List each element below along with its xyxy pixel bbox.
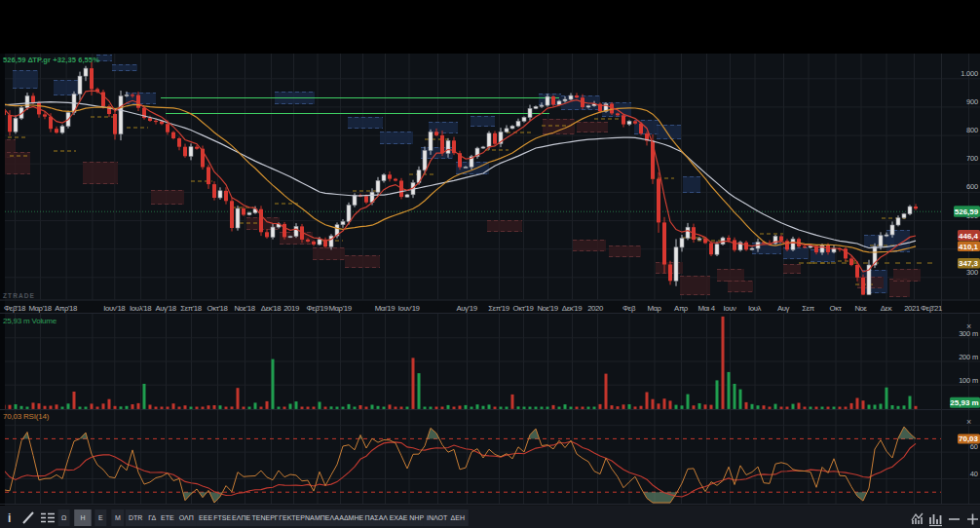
svg-text:Φεβ'19: Φεβ'19	[307, 304, 328, 313]
svg-text:Σεπ: Σεπ	[802, 304, 814, 313]
svg-text:ΤΕΝΕΡΓ: ΤΕΝΕΡΓ	[251, 514, 278, 521]
svg-text:Νοε'19: Νοε'19	[537, 304, 557, 313]
svg-text:Οκτ'18: Οκτ'18	[207, 304, 228, 313]
svg-text:900: 900	[966, 97, 978, 106]
svg-text:Φεβ'21: Φεβ'21	[921, 304, 942, 313]
svg-text:FTSE: FTSE	[213, 514, 231, 521]
svg-text:2020: 2020	[587, 304, 604, 313]
svg-text:Μ: Μ	[115, 514, 121, 521]
svg-text:DTR: DTR	[129, 514, 142, 521]
svg-text:100 m: 100 m	[959, 376, 978, 385]
svg-text:ΠΑΣΑΛ: ΠΑΣΑΛ	[365, 514, 389, 521]
svg-text:Φεβ'18: Φεβ'18	[4, 304, 25, 313]
svg-text:300: 300	[966, 268, 978, 277]
svg-text:Μαρ'18: Μαρ'18	[28, 304, 51, 313]
svg-text:Ιουν'19: Ιουν'19	[397, 304, 419, 313]
svg-text:ΝΗΡ: ΝΗΡ	[409, 514, 424, 521]
svg-text:ΟΛΠ: ΟΛΠ	[179, 514, 194, 521]
svg-text:Δεκ'18: Δεκ'18	[261, 304, 281, 313]
svg-text:70,03 RSI(14): 70,03 RSI(14)	[3, 412, 50, 421]
svg-text:Αυγ: Αυγ	[777, 304, 790, 313]
svg-text:Αυγ'18: Αυγ'18	[155, 304, 175, 313]
svg-text:Μαι 4: Μαι 4	[697, 304, 715, 313]
svg-text:200 m: 200 m	[959, 353, 978, 361]
svg-text:Ιουλ: Ιουλ	[748, 304, 762, 313]
svg-text:×: ×	[966, 321, 971, 331]
svg-text:600: 600	[966, 182, 978, 191]
svg-text:Ω: Ω	[61, 514, 66, 521]
svg-text:Φεβ: Φεβ	[622, 304, 636, 313]
svg-text:Νοε: Νοε	[854, 304, 867, 313]
svg-text:ZTRADE: ZTRADE	[3, 292, 35, 299]
svg-text:Σεπ'19: Σεπ'19	[488, 304, 509, 313]
svg-text:Η: Η	[80, 514, 85, 521]
svg-text:ΓΕΚΤΕΡΝΑ: ΓΕΚΤΕΡΝΑ	[279, 514, 315, 521]
svg-text:Μαρ'19: Μαρ'19	[328, 304, 351, 313]
svg-text:ΑΔΜΗΕ: ΑΔΜΗΕ	[339, 514, 363, 521]
svg-text:i: i	[8, 511, 11, 525]
svg-text:ΕΧΑΕ: ΕΧΑΕ	[390, 514, 408, 521]
svg-text:Νοε'18: Νοε'18	[234, 304, 254, 313]
svg-text:446,4: 446,4	[959, 232, 979, 241]
svg-text:ΕΛΠΕ: ΕΛΠΕ	[232, 514, 250, 521]
svg-text:347,3: 347,3	[959, 259, 979, 268]
svg-text:Μαι'19: Μαι'19	[375, 304, 396, 313]
svg-text:700: 700	[966, 154, 978, 163]
svg-text:526,59: 526,59	[955, 207, 979, 216]
svg-text:ΕΕΕ: ΕΕΕ	[199, 514, 212, 521]
svg-text:Ιουλ'18: Ιουλ'18	[130, 304, 151, 313]
svg-text:526,59 ΔΤΡ.gr +32,35 6,55%: 526,59 ΔΤΡ.gr +32,35 6,55%	[3, 56, 99, 64]
svg-text:ΙΝΛΟΤ: ΙΝΛΟΤ	[427, 514, 448, 521]
svg-text:40: 40	[970, 470, 978, 478]
svg-text:Αυγ'19: Αυγ'19	[456, 304, 476, 313]
svg-text:800: 800	[966, 126, 978, 134]
svg-text:Απρ: Απρ	[674, 304, 689, 313]
svg-text:Οκτ: Οκτ	[830, 304, 843, 313]
svg-text:2021: 2021	[904, 304, 920, 313]
svg-text:Ε: Ε	[98, 514, 103, 521]
svg-text:70,03: 70,03	[959, 434, 979, 443]
svg-text:ΕΤΕ: ΕΤΕ	[161, 514, 174, 521]
svg-text:Απρ'18: Απρ'18	[55, 304, 77, 313]
svg-text:Δεκ'19: Δεκ'19	[562, 304, 582, 313]
svg-text:×: ×	[966, 417, 971, 427]
svg-text:410,1: 410,1	[959, 243, 979, 251]
svg-text:25,93 m: 25,93 m	[950, 398, 978, 407]
svg-text:Μαρ: Μαρ	[647, 304, 661, 313]
svg-text:Σεπ'18: Σεπ'18	[180, 304, 201, 313]
svg-text:25,93 m Volume: 25,93 m Volume	[3, 317, 57, 325]
svg-text:1.000: 1.000	[961, 69, 978, 78]
svg-text:ΓΔ: ΓΔ	[148, 514, 156, 521]
svg-text:2019: 2019	[283, 304, 299, 313]
svg-text:ΔΕΗ: ΔΕΗ	[451, 514, 465, 521]
svg-text:Δεκ: Δεκ	[881, 304, 892, 313]
svg-text:ΜΠΕΛΑ: ΜΠΕΛΑ	[315, 514, 339, 521]
svg-text:Ιουν: Ιουν	[723, 304, 736, 313]
svg-text:Οκτ'19: Οκτ'19	[513, 304, 534, 313]
svg-text:Ιουν'18: Ιουν'18	[103, 304, 125, 313]
